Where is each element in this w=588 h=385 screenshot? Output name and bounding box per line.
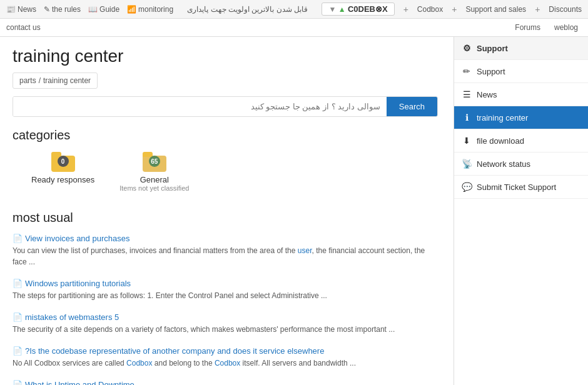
article-excerpt-0: You can view the list of purchases, invo… [13,245,441,268]
article-icon-3: 📄 [13,346,23,356]
categories-title: categories [13,128,441,142]
nav-rules-label: the rules [52,5,81,14]
nav-news[interactable]: 📰 News [6,5,36,14]
sidebar-item-training-center[interactable]: ℹ training center [454,106,588,129]
breadcrumb: parts / training center [13,72,98,89]
sidebar-file-label: file download [477,136,524,146]
sidebar-support-label: Support [477,67,505,76]
support-sales-label[interactable]: Support and sales [465,5,526,14]
folder-icon-ready: 0 [51,152,76,172]
contact-text: contact us [6,23,41,32]
guide-icon: 📖 [88,5,98,14]
sidebar-support-header: ⚙ Support [454,37,588,60]
pencil-icon: ✏ [462,66,472,76]
network-icon: 📡 [462,159,472,169]
breadcrumb-parts[interactable]: parts [19,76,36,85]
arrow-down-icon: ▼ [328,5,336,14]
sidebar-item-support[interactable]: ✏ Support [454,60,588,83]
content-area: training center parts / training center … [0,37,454,385]
search-input[interactable] [13,97,387,116]
article-excerpt-2: The security of a site depends on a vari… [13,324,441,335]
plus-codbox[interactable]: + [402,4,410,14]
sidebar-support-header-label: Support [477,44,508,53]
second-nav: contact us Forums weblog [0,19,588,37]
article-title-4[interactable]: 📄 What is Uptime and Downtime [13,380,441,385]
arrow-up-icon: ▲ [338,5,346,14]
article-item: 📄 Windows partitioning tutorials The ste… [13,279,441,301]
category-general[interactable]: 65 General Items not yet classified [119,152,189,192]
page-title: training center [13,46,441,66]
article-icon-4: 📄 [13,380,23,385]
nav-guide[interactable]: 📖 Guide [88,5,119,14]
discounts-label[interactable]: Discounts [549,5,582,14]
sidebar-item-network-status[interactable]: 📡 Network status [454,152,588,176]
article-item: 📄 View invoices and purchases You can vi… [13,234,441,268]
general-sublabel: Items not yet classified [119,184,189,192]
sidebar-network-label: Network status [477,159,530,169]
list-icon: ☰ [462,89,472,99]
main-layout: training center parts / training center … [0,37,588,385]
article-icon-0: 📄 [13,234,23,243]
plus-discounts[interactable]: + [534,4,541,14]
article-item: 📄 ?Is the codebase representative of ano… [13,346,441,369]
article-icon-1: 📄 [13,279,23,288]
sidebar-training-label: training center [477,113,528,122]
article-title-3[interactable]: 📄 ?Is the codebase representative of ano… [13,346,441,356]
nav-monitoring[interactable]: 📶 monitoring [127,5,173,14]
nav-news-label: News [18,5,36,14]
general-badge: 65 [149,156,160,167]
support-header-icon: ⚙ [462,43,472,53]
search-bar: Search [13,96,438,117]
sidebar: ⚙ Support ✏ Support ☰ News ℹ training ce… [454,37,588,385]
sidebar-news-label: News [477,90,497,99]
info-icon: ℹ [462,112,472,122]
sidebar-item-file-download[interactable]: ⬇ file download [454,129,588,152]
top-nav: 📰 News ✎ the rules 📖 Guide 📶 monitoring … [0,0,588,19]
article-title-2[interactable]: 📄 mistakes of webmasters 5 [13,312,441,322]
codebox-button[interactable]: ▼ ▲ C0DEB⊗X [322,2,394,16]
sidebar-item-submit-ticket[interactable]: 💬 Submit Ticket Support [454,176,588,199]
forums-link[interactable]: Forums [511,21,544,34]
rtl-text: قابل شدن بالاترین اولویت جهت پایداری [187,5,308,14]
article-icon-2: 📄 [13,312,23,322]
ticket-icon: 💬 [462,182,472,192]
article-item: 📄 mistakes of webmasters 5 The security … [13,312,441,335]
article-item: 📄 What is Uptime and Downtime The term f… [13,380,441,385]
ready-badge: 0 [58,156,69,167]
sidebar-ticket-label: Submit Ticket Support [477,182,556,192]
article-title-1[interactable]: 📄 Windows partitioning tutorials [13,279,441,288]
article-excerpt-1: The steps for partitioning are as follow… [13,290,441,301]
category-ready-responses[interactable]: 0 Ready responses [31,152,94,192]
download-icon: ⬇ [462,136,472,146]
monitoring-icon: 📶 [127,5,136,14]
codebox-logo: C0DEB⊗X [348,4,388,14]
breadcrumb-training[interactable]: training center [43,76,91,85]
plus-support[interactable]: + [450,4,458,14]
search-button[interactable]: Search [387,97,437,116]
news-icon: 📰 [6,5,16,14]
nav-guide-label: Guide [99,5,119,14]
nav-rules[interactable]: ✎ the rules [44,5,81,14]
ready-responses-label: Ready responses [31,175,94,184]
weblog-link[interactable]: weblog [550,21,582,34]
article-excerpt-3: No All Codbox services are called Codbox… [13,358,441,369]
folder-icon-general: 65 [142,152,167,172]
rules-icon: ✎ [44,5,50,14]
nav-monitoring-label: monitoring [138,5,173,14]
categories-grid: 0 Ready responses 65 General Items not y… [13,152,441,192]
sidebar-item-news[interactable]: ☰ News [454,83,588,106]
most-usual-title: most usual [13,211,441,225]
general-label: General [140,175,169,184]
codbox-label[interactable]: Codbox [417,5,443,14]
article-title-0[interactable]: 📄 View invoices and purchases [13,234,441,243]
